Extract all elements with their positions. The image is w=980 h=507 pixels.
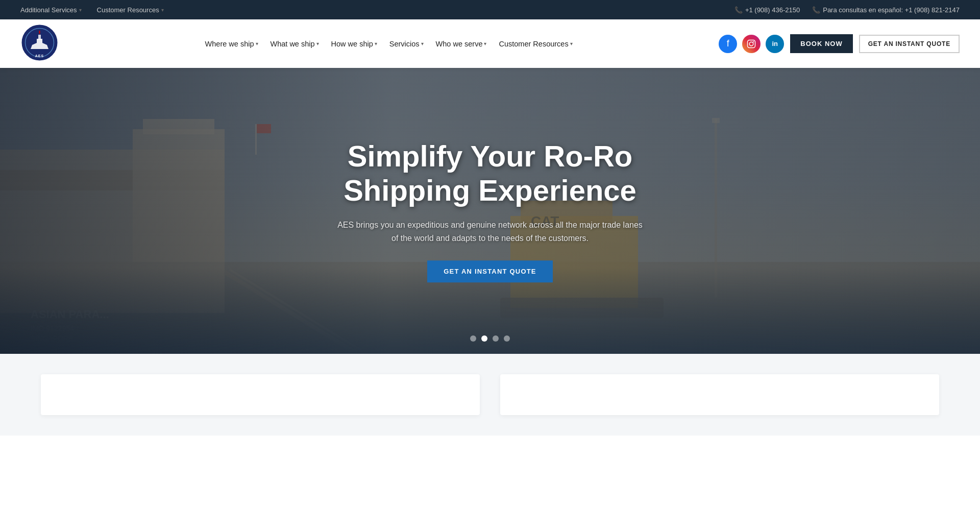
customer-resources-top-label: Customer Resources	[97, 6, 159, 14]
main-nav: AES Where we ship ▾ What we ship ▾ How w…	[0, 19, 980, 68]
top-bar: Additional Services ▾ Customer Resources…	[0, 0, 980, 19]
slider-dot-3[interactable]	[493, 335, 499, 342]
svg-rect-4	[748, 40, 755, 47]
phone-primary-label: +1 (908) 436-2150	[745, 6, 800, 14]
slider-dot-2[interactable]	[481, 335, 487, 342]
chevron-icon: ▾	[161, 7, 164, 13]
chevron-down-icon: ▾	[421, 41, 424, 46]
nav-label-customer: Customer Resources	[499, 40, 568, 48]
linkedin-icon[interactable]: in	[766, 35, 784, 53]
below-card-1	[41, 374, 480, 415]
nav-actions: f in BOOK NOW GET AN INSTANT QUOTE	[719, 34, 960, 53]
social-icons: f in	[719, 35, 784, 53]
chevron-down-icon: ▾	[375, 41, 377, 46]
logo: AES	[20, 23, 59, 62]
logo-link[interactable]: AES	[20, 23, 59, 64]
nav-label-who: Who we serve	[436, 40, 483, 48]
nav-link-customer[interactable]: Customer Resources ▾	[494, 36, 577, 52]
chevron-down-icon: ▾	[570, 41, 573, 46]
nav-link-where[interactable]: Where we ship ▾	[200, 36, 263, 52]
hero-section: ASIAN PARA... IMO 9122954 SINGAPORE CAT …	[0, 68, 980, 354]
svg-point-6	[753, 41, 754, 42]
additional-services-link[interactable]: Additional Services ▾	[20, 6, 82, 14]
hero-cta-button[interactable]: GET AN INSTANT QUOTE	[427, 260, 552, 282]
slider-dot-4[interactable]	[504, 335, 510, 342]
top-bar-right-links: 📞 +1 (908) 436-2150 📞 Para consultas en …	[734, 6, 960, 14]
slider-dot-1[interactable]	[470, 335, 476, 342]
chevron-down-icon: ▾	[256, 41, 258, 46]
below-hero-section	[0, 354, 980, 436]
instagram-icon[interactable]	[742, 35, 761, 53]
additional-services-label: Additional Services	[20, 6, 77, 14]
chevron-icon: ▾	[79, 7, 82, 13]
book-now-button[interactable]: BOOK NOW	[790, 34, 852, 53]
nav-link-what[interactable]: What we ship ▾	[265, 36, 324, 52]
phone-icon: 📞	[734, 6, 743, 14]
nav-item-who[interactable]: Who we serve ▾	[431, 36, 492, 52]
chevron-down-icon: ▾	[316, 41, 319, 46]
nav-links: Where we ship ▾ What we ship ▾ How we sh…	[59, 36, 719, 52]
phone-spanish-link[interactable]: 📞 Para consultas en español: +1 (908) 82…	[812, 6, 960, 14]
svg-point-5	[750, 42, 754, 46]
hero-content: Simplify Your Ro-Ro Shipping Experience …	[337, 139, 643, 282]
customer-resources-top-link[interactable]: Customer Resources ▾	[97, 6, 164, 14]
nav-item-what[interactable]: What we ship ▾	[265, 36, 324, 52]
nav-item-where[interactable]: Where we ship ▾	[200, 36, 263, 52]
nav-label-how: How we ship	[331, 40, 373, 48]
nav-link-who[interactable]: Who we serve ▾	[431, 36, 492, 52]
hero-subtitle: AES brings you an expeditious and genuin…	[337, 219, 643, 245]
top-bar-left-links: Additional Services ▾ Customer Resources…	[20, 6, 164, 14]
phone-spanish-label: Para consultas en español: +1 (908) 821-…	[823, 6, 960, 14]
instant-quote-nav-button[interactable]: GET AN INSTANT QUOTE	[859, 35, 960, 53]
nav-item-servicios[interactable]: Servicios ▾	[384, 36, 429, 52]
hero-title: Simplify Your Ro-Ro Shipping Experience	[337, 139, 643, 207]
phone-primary-link[interactable]: 📞 +1 (908) 436-2150	[734, 6, 800, 14]
below-card-2	[500, 374, 939, 415]
nav-item-customer[interactable]: Customer Resources ▾	[494, 36, 577, 52]
nav-label-servicios: Servicios	[389, 40, 420, 48]
nav-link-servicios[interactable]: Servicios ▾	[384, 36, 429, 52]
slider-dots	[470, 335, 510, 342]
nav-link-how[interactable]: How we ship ▾	[326, 36, 382, 52]
svg-text:AES: AES	[35, 54, 44, 58]
phone-spanish-icon: 📞	[812, 6, 820, 14]
svg-rect-2	[38, 35, 41, 40]
chevron-down-icon: ▾	[484, 41, 486, 46]
nav-label-what: What we ship	[271, 40, 315, 48]
facebook-icon[interactable]: f	[719, 35, 737, 53]
nav-label-where: Where we ship	[205, 40, 254, 48]
nav-item-how[interactable]: How we ship ▾	[326, 36, 382, 52]
